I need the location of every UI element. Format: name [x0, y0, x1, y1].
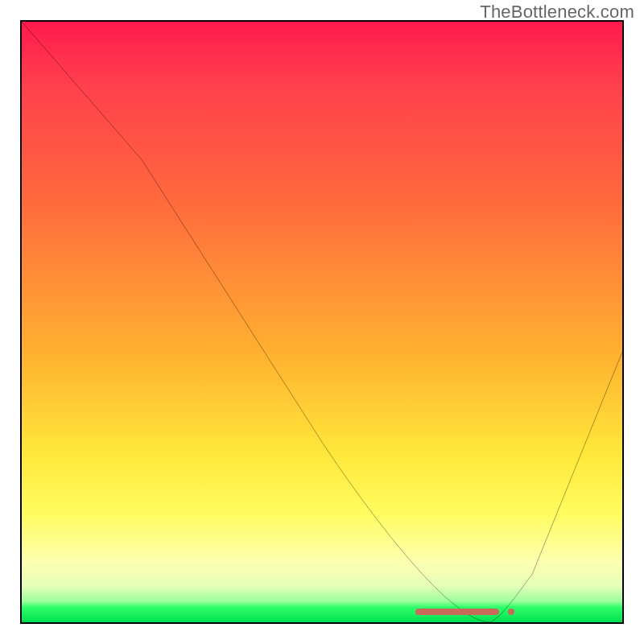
chart-frame: [20, 20, 624, 624]
bottleneck-curve: [22, 22, 622, 622]
bottleneck-curve-path: [22, 22, 622, 622]
optimal-range-strip: [415, 609, 499, 615]
